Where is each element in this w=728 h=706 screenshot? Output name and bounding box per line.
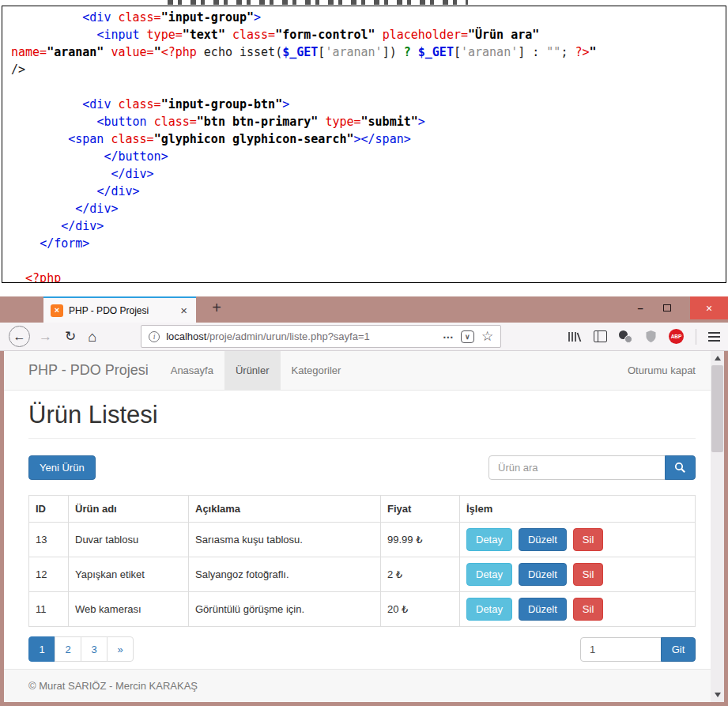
back-button[interactable]: ←	[9, 326, 30, 347]
copyright-text: © Murat SARIÖZ - Mercin KARAKAŞ	[4, 680, 198, 692]
window-minimize-button[interactable]: –	[628, 296, 652, 319]
goto-page-group: Git	[580, 637, 696, 662]
browser-titlebar: × PHP - PDO Projesi × + – ×	[0, 296, 728, 323]
page-actions-icon[interactable]: ⋯	[443, 330, 455, 343]
window-maximize-button[interactable]	[655, 296, 679, 319]
maximize-icon	[663, 304, 671, 311]
site-navbar: PHP - PDO Projesi AnasayfaÜrünlerKategor…	[4, 351, 711, 391]
column-header: Fiyat	[381, 496, 460, 523]
nav-item-urunler[interactable]: Ürünler	[224, 351, 281, 390]
browser-tab[interactable]: × PHP - PDO Projesi ×	[43, 296, 196, 323]
duzelt-button[interactable]: Düzelt	[519, 528, 567, 551]
code-line: </div>	[11, 183, 726, 200]
code-line: <input type="text" class="form-control" …	[11, 26, 726, 43]
clipped-code-line	[168, 0, 468, 5]
library-icon[interactable]	[567, 330, 582, 343]
shield-extension-icon[interactable]	[645, 330, 657, 343]
navbar-items: AnasayfaÜrünlerKategoriler	[160, 351, 353, 390]
actions-cell: DetayDüzeltSil	[460, 592, 696, 627]
site-info-icon[interactable]: i	[149, 331, 160, 342]
table-cell: Yapışkan etiket	[69, 557, 189, 592]
scrollbar-thumb[interactable]	[711, 365, 723, 452]
page-link-next[interactable]: »	[107, 636, 134, 662]
code-line: </div>	[11, 165, 726, 183]
code-line: </div>	[11, 217, 726, 235]
sil-button[interactable]: Sil	[573, 563, 603, 586]
column-header: Ürün adı	[69, 496, 189, 523]
page-link-2[interactable]: 2	[55, 636, 81, 662]
page-link-3[interactable]: 3	[81, 636, 108, 662]
search-icon	[674, 462, 686, 474]
code-line: />	[11, 61, 726, 78]
nav-item-logout[interactable]: Oturumu kapat	[613, 351, 711, 390]
url-bar[interactable]: i localhost/proje/admin/urun/liste.php?s…	[141, 325, 501, 348]
code-line: <span class="glyphicon glyphicon-search"…	[11, 130, 726, 148]
table-row: 12Yapışkan etiketSalyangoz fotoğraflı.2 …	[29, 557, 696, 592]
search-input[interactable]	[488, 455, 666, 480]
table-cell: Duvar tablosu	[69, 523, 189, 557]
column-header: Açıklama	[189, 496, 381, 523]
detay-button[interactable]: Detay	[466, 563, 512, 586]
scroll-down-icon[interactable]	[711, 689, 724, 701]
page-title: Ürün Listesi	[28, 401, 696, 439]
search-group	[488, 455, 696, 480]
code-line	[11, 78, 726, 96]
code-line: </button>	[11, 148, 726, 165]
scroll-up-icon[interactable]	[711, 352, 724, 364]
adblock-plus-icon[interactable]: ABP	[669, 329, 684, 344]
duzelt-button[interactable]: Düzelt	[519, 563, 567, 586]
actions-cell: DetayDüzeltSil	[460, 557, 696, 592]
window-close-button[interactable]: ×	[690, 296, 728, 319]
url-text[interactable]: localhost/proje/admin/urun/liste.php?say…	[166, 330, 436, 342]
tab-title: PHP - PDO Projesi	[69, 305, 179, 316]
bottom-row: 123» Git	[28, 636, 696, 662]
sil-button[interactable]: Sil	[573, 598, 603, 621]
table-cell: 11	[29, 592, 69, 627]
table-cell: 20 ₺	[381, 592, 460, 627]
table-row: 11Web kamerasıGörüntülü görüşme için.20 …	[29, 592, 696, 627]
detay-button[interactable]: Detay	[466, 528, 512, 551]
code-line: <?php	[11, 270, 726, 283]
navbar-brand[interactable]: PHP - PDO Projesi	[4, 351, 160, 390]
reload-button[interactable]: ↻	[65, 330, 76, 343]
table-cell: 12	[29, 557, 69, 592]
sil-button[interactable]: Sil	[573, 528, 603, 551]
duzelt-button[interactable]: Düzelt	[519, 598, 567, 621]
extension-circles-icon[interactable]	[619, 330, 633, 343]
nav-item-anasayfa[interactable]: Anasayfa	[160, 351, 224, 390]
menu-hamburger-icon[interactable]	[708, 332, 720, 342]
toolbar-separator	[696, 329, 696, 345]
home-button[interactable]: ⌂	[88, 330, 96, 344]
table-row: 13Duvar tablosuSarıasma kuşu tablosu.99.…	[29, 523, 696, 557]
controls-row: Yeni Ürün	[28, 455, 696, 480]
nav-item-kategoriler[interactable]: Kategoriler	[281, 351, 353, 390]
goto-page-input[interactable]	[580, 637, 662, 662]
tab-close-icon[interactable]: ×	[179, 304, 189, 317]
code-line: </div>	[11, 200, 726, 217]
new-tab-button[interactable]: +	[206, 299, 228, 317]
pagination: 123»	[28, 636, 134, 662]
table-cell: Sarıasma kuşu tablosu.	[189, 523, 381, 557]
table-cell: Salyangoz fotoğraflı.	[189, 557, 381, 592]
code-line: <div class="input-group">	[11, 9, 726, 26]
browser-window: × PHP - PDO Projesi × + – × ← → ↻ ⌂ i lo…	[0, 296, 728, 706]
site-footer: © Murat SARIÖZ - Mercin KARAKAŞ	[4, 669, 711, 702]
pocket-icon[interactable]: ∨	[461, 330, 474, 343]
page-container: Ürün Listesi Yeni Ürün IDÜrün adıAçıklam…	[4, 401, 711, 662]
url-host: localhost	[166, 330, 206, 342]
xampp-favicon-icon: ×	[51, 304, 63, 317]
column-header: İşlem	[460, 496, 696, 523]
page-link-1[interactable]: 1	[28, 636, 55, 662]
search-button[interactable]	[665, 455, 696, 480]
page-scrollbar[interactable]	[711, 351, 724, 702]
code-editor-panel: <div class="input-group"> <input type="t…	[2, 6, 726, 283]
table-cell: 13	[29, 523, 69, 557]
detay-button[interactable]: Detay	[466, 598, 512, 621]
forward-button[interactable]: →	[39, 330, 52, 343]
bookmark-star-icon[interactable]: ☆	[481, 328, 493, 345]
code-line: name="aranan" value="<?php echo isset($_…	[11, 43, 726, 61]
new-product-button[interactable]: Yeni Ürün	[28, 455, 96, 480]
goto-button[interactable]: Git	[661, 637, 696, 662]
sidebar-icon[interactable]	[594, 330, 607, 342]
table-cell: 99.99 ₺	[381, 523, 460, 557]
